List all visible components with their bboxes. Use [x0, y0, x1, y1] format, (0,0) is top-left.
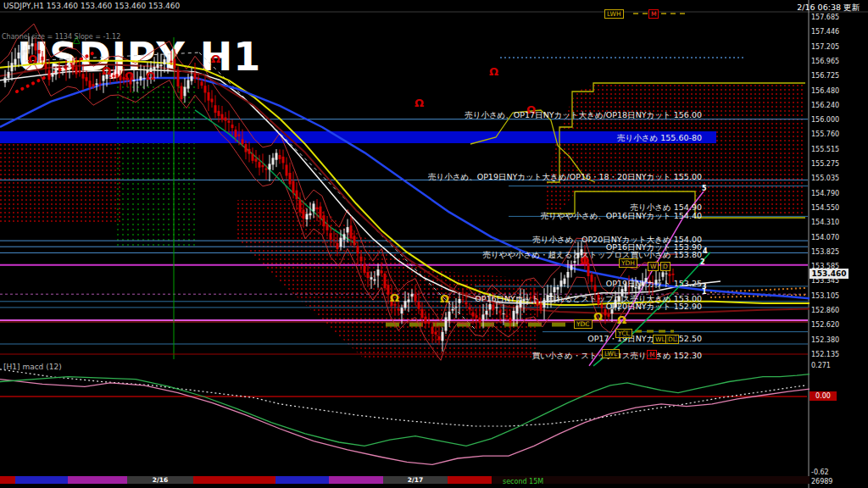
candle [225, 118, 227, 121]
candle [184, 87, 186, 97]
candle [564, 279, 566, 284]
count-digit: 1 [702, 288, 707, 296]
candle [96, 83, 98, 85]
candle [296, 191, 298, 200]
candle [479, 318, 481, 323]
candle [455, 307, 458, 308]
price-axis-label: 157.685 [811, 14, 839, 21]
candle [120, 75, 122, 80]
candle [398, 308, 400, 310]
candle [157, 64, 159, 69]
candle [448, 312, 451, 321]
candle [428, 322, 431, 324]
session-segment[interactable] [448, 476, 492, 484]
candle [174, 59, 176, 69]
candle [55, 69, 58, 75]
candle [608, 314, 610, 317]
candle [282, 157, 285, 164]
price-chart-canvas[interactable]: ΩΩΩΩΩΩΩΩΩΩΩΩΩ△54231 [0, 0, 868, 488]
candle [459, 299, 461, 303]
candle [79, 70, 81, 72]
candle [421, 309, 424, 318]
candle [554, 287, 556, 292]
candle [411, 294, 414, 297]
candle [170, 61, 173, 63]
candle [65, 69, 68, 69]
channel-info: Channel size = 1134 Slope = -1.12 [2, 33, 120, 41]
candle [160, 64, 163, 66]
candle [194, 74, 197, 79]
candle [377, 269, 380, 275]
date-label: 2/16 [127, 476, 193, 484]
count-digit: 5 [702, 185, 707, 192]
candle [289, 173, 292, 185]
session-segment[interactable] [0, 476, 15, 484]
candle [425, 317, 427, 324]
candle [662, 272, 665, 276]
pivot-badge-d: D [660, 262, 670, 271]
date-label: 2/17 [383, 476, 448, 484]
candle [204, 86, 207, 92]
candle [435, 332, 437, 335]
omega-marker-red: Ω [146, 69, 155, 82]
session-segment[interactable]: 2/17 [383, 476, 448, 484]
candle [340, 238, 342, 247]
count-digit: 4 [703, 247, 708, 255]
price-axis-label: 156.480 [811, 87, 839, 95]
macd-axis-count: 26989 [811, 478, 832, 485]
candle [191, 76, 193, 81]
updated-timestamp: 2/16 06:38 更新 [797, 3, 860, 14]
price-axis-label: 156.965 [811, 58, 839, 65]
macd-signal-pink [0, 380, 810, 465]
candle [337, 243, 339, 249]
macd-zero-badge: 0.00 [810, 391, 837, 401]
candle [492, 304, 495, 309]
session-segment[interactable] [193, 476, 275, 484]
candle [99, 83, 102, 84]
session-segment[interactable] [68, 476, 127, 484]
candle [72, 65, 75, 70]
candle [323, 215, 326, 226]
candle [303, 210, 305, 219]
price-annotation: 売りやや小さめ・超えるとストップロス買い小さめ 153.80 [482, 250, 702, 261]
pivot-badge-lwh: LWH [604, 9, 624, 19]
candle [167, 58, 170, 63]
price-axis-label: 152.860 [811, 307, 839, 314]
candle [14, 59, 17, 65]
candle [181, 86, 183, 100]
price-annotation: 売り小さめ 155.60-80 [617, 133, 702, 144]
candle [201, 82, 203, 86]
candle [31, 43, 34, 46]
candle [221, 114, 224, 120]
candle [275, 153, 278, 160]
candle [306, 214, 309, 220]
footer-note: second 15M [503, 478, 543, 485]
candle [136, 82, 139, 83]
macd-axis-bottom: -0.62 [811, 469, 829, 476]
candle [560, 280, 563, 286]
session-segment[interactable]: 2/16 [127, 476, 193, 484]
candle [482, 314, 485, 319]
candle [35, 43, 37, 50]
price-annotation: 売り小さめ、OP19日NYカット大きめ/OP16・18・20日NYカット 155… [428, 172, 702, 183]
candle [177, 70, 180, 86]
ichimoku-cloud [117, 86, 197, 247]
candle [299, 200, 302, 213]
candle [364, 264, 366, 273]
candle [381, 270, 383, 273]
candle [28, 45, 31, 49]
sell-zone-band [0, 131, 716, 143]
candle [309, 214, 312, 216]
price-annotation: OP19日NYカット 153.25 [606, 279, 702, 290]
candle [286, 165, 288, 176]
candle [231, 125, 234, 128]
session-segment[interactable] [15, 476, 68, 484]
pivot-badge-ydc: YDC [574, 319, 593, 329]
candle [316, 208, 319, 210]
candle [665, 274, 668, 274]
candle [401, 308, 403, 313]
session-segment[interactable] [329, 476, 383, 484]
candle [326, 225, 329, 230]
session-segment[interactable] [275, 476, 329, 484]
candle [18, 53, 20, 58]
